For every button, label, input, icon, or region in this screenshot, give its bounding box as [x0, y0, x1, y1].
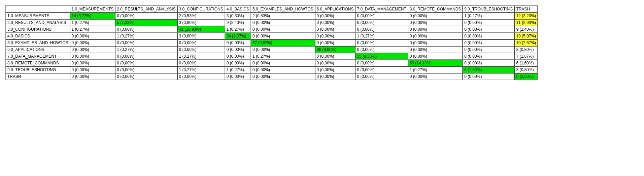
- matrix-cell: 19 (5,07%): [514, 33, 538, 39]
- header-row: 1.0_MEASUREMENTS 2.0_RESULTS_AND_ANALYSI…: [6, 6, 538, 12]
- matrix-cell: 1 (0,27%): [115, 46, 177, 53]
- row-header: 6.0_APPLICATIONS: [6, 46, 70, 53]
- matrix-cell: 6 (1,60%): [463, 66, 514, 73]
- matrix-cell: 0 (0,00%): [463, 60, 514, 66]
- table-row: TRASH0 (0,00%)0 (0,00%)0 (0,00%)0 (0,00%…: [6, 73, 538, 80]
- matrix-cell: 11 (2,93%): [514, 19, 538, 26]
- col-header: TRASH: [514, 6, 538, 12]
- matrix-cell: 0 (0,00%): [315, 73, 355, 80]
- col-header: 1.0_MEASUREMENTS: [70, 6, 115, 12]
- matrix-cell: 0 (0,00%): [408, 39, 463, 46]
- row-header: 3.0_CONFIGURATIONS: [6, 26, 70, 33]
- matrix-cell: 0 (0,00%): [355, 60, 408, 66]
- matrix-cell: 0 (0,00%): [463, 73, 514, 80]
- matrix-cell: 0 (0,00%): [315, 60, 355, 66]
- matrix-cell: 0 (0,00%): [251, 73, 315, 80]
- matrix-cell: 0 (0,00%): [115, 12, 177, 19]
- matrix-cell: 9 (2,40%): [514, 26, 538, 33]
- matrix-cell: 0 (0,00%): [251, 26, 315, 33]
- matrix-cell: 0 (0,00%): [115, 53, 177, 60]
- corner-empty-cell: [6, 6, 70, 12]
- matrix-cell: 0 (0,00%): [408, 73, 463, 80]
- matrix-cell: 0 (0,00%): [251, 19, 315, 26]
- matrix-cell: 0 (0,00%): [315, 39, 355, 46]
- row-header: 1.0_MEASUREMENTS: [6, 12, 70, 19]
- matrix-cell: 0 (0,00%): [70, 46, 115, 53]
- matrix-cell: 3 (0,80%): [177, 19, 225, 26]
- matrix-cell: 1 (0,27%): [251, 53, 315, 60]
- matrix-cell: 7 (1,87%): [514, 53, 538, 60]
- matrix-cell: 0 (0,00%): [115, 66, 177, 73]
- table-row: 2.0_RESULTS_AND_ANALYSIS1 (0,27%)5 (1,33…: [6, 19, 538, 26]
- row-header: 9.0_TROUBLESHOOTING: [6, 66, 70, 73]
- row-header: TRASH: [6, 73, 70, 80]
- col-header: 4.0_BASICS: [225, 6, 251, 12]
- row-header: 2.0_RESULTS_AND_ANALYSIS: [6, 19, 70, 26]
- matrix-cell: 0 (0,00%): [225, 46, 251, 53]
- col-header: 2.0_RESULTS_AND_ANALYSIS: [115, 6, 177, 12]
- matrix-cell: 0 (0,00%): [463, 19, 514, 26]
- matrix-cell: 0 (0,00%): [463, 39, 514, 46]
- matrix-cell: 0 (0,00%): [408, 33, 463, 39]
- matrix-cell: 0 (0,00%): [70, 66, 115, 73]
- matrix-cell: 0 (0,00%): [225, 39, 251, 46]
- matrix-cell: 0 (0,00%): [251, 60, 315, 66]
- matrix-cell: 1 (0,27%): [115, 33, 177, 39]
- col-header: 5.0_EXAMPLES_AND_HOWTOS: [251, 6, 315, 12]
- matrix-cell: 1 (0,27%): [70, 19, 115, 26]
- matrix-cell: 0 (0,00%): [355, 39, 408, 46]
- matrix-cell: 0 (0,00%): [408, 26, 463, 33]
- matrix-cell: 0 (0,00%): [225, 73, 251, 80]
- matrix-cell: 0 (0,00%): [463, 33, 514, 39]
- matrix-cell: 0 (0,00%): [177, 73, 225, 80]
- matrix-cell: 0 (0,00%): [70, 53, 115, 60]
- matrix-cell: 53 (14,13%): [408, 60, 463, 66]
- row-header: 8.0_REMOTE_COMMANDS: [6, 60, 70, 66]
- matrix-cell: 1 (0,27%): [225, 66, 251, 73]
- matrix-cell: 0 (0,00%): [514, 73, 538, 80]
- table-row: 6.0_APPLICATIONS0 (0,00%)1 (0,27%)0 (0,0…: [6, 46, 538, 53]
- matrix-cell: 5 (1,33%): [115, 19, 177, 26]
- matrix-cell: 0 (0,00%): [408, 12, 463, 19]
- table-row: 5.0_EXAMPLES_AND_HOWTOS0 (0,00%)0 (0,00%…: [6, 39, 538, 46]
- matrix-cell: 1 (0,27%): [355, 33, 408, 39]
- matrix-cell: 0 (0,00%): [251, 33, 315, 39]
- matrix-cell: 0 (0,00%): [408, 53, 463, 60]
- matrix-cell: 0 (0,00%): [463, 53, 514, 60]
- matrix-cell: 0 (0,00%): [355, 19, 408, 26]
- matrix-cell: 0 (0,00%): [70, 73, 115, 80]
- matrix-cell: 0 (0,00%): [408, 19, 463, 26]
- matrix-cell: 41 (10,93%): [177, 26, 225, 33]
- matrix-cell: 34 (9,07%): [225, 33, 251, 39]
- col-header: 3.0_CONFIGURATIONS: [177, 6, 225, 12]
- matrix-cell: 9 (2,40%): [225, 19, 251, 26]
- matrix-cell: 0 (0,00%): [355, 66, 408, 73]
- row-header: 5.0_EXAMPLES_AND_HOWTOS: [6, 39, 70, 46]
- matrix-cell: 0 (0,00%): [115, 39, 177, 46]
- matrix-cell: 12 (3,20%): [514, 12, 538, 19]
- matrix-cell: 1 (0,27%): [177, 53, 225, 60]
- matrix-cell: 10 (2,67%): [514, 39, 538, 46]
- col-header: 9.0_TROUBLESHOOTING: [463, 6, 514, 12]
- col-header: 6.0_APPLICATIONS: [315, 6, 355, 12]
- matrix-cell: 0 (0,00%): [225, 53, 251, 60]
- matrix-cell: 0 (0,00%): [315, 12, 355, 19]
- matrix-cell: 1 (0,27%): [463, 12, 514, 19]
- matrix-cell: 0 (0,00%): [463, 26, 514, 33]
- table-row: 4.0_BASICS0 (0,00%)1 (0,27%)3 (0,80%)34 …: [6, 33, 538, 39]
- matrix-cell: 0 (0,00%): [115, 26, 177, 33]
- matrix-cell: 35 (9,33%): [355, 53, 408, 60]
- matrix-cell: 14 (3,73%): [70, 12, 115, 19]
- matrix-cell: 0 (0,00%): [225, 60, 251, 66]
- matrix-cell: 0 (0,00%): [315, 53, 355, 60]
- table-row: 8.0_REMOTE_COMMANDS0 (0,00%)0 (0,00%)0 (…: [6, 60, 538, 66]
- matrix-cell: 0 (0,00%): [177, 39, 225, 46]
- matrix-cell: 0 (0,00%): [315, 33, 355, 39]
- matrix-cell: 0 (0,00%): [355, 46, 408, 53]
- col-header: 8.0_REMOTE_COMMANDS: [408, 6, 463, 12]
- matrix-cell: 1 (0,27%): [225, 26, 251, 33]
- matrix-cell: 0 (0,00%): [177, 46, 225, 53]
- matrix-cell: 0 (0,00%): [115, 73, 177, 80]
- matrix-cell: 0 (0,00%): [315, 19, 355, 26]
- matrix-cell: 0 (0,00%): [355, 26, 408, 33]
